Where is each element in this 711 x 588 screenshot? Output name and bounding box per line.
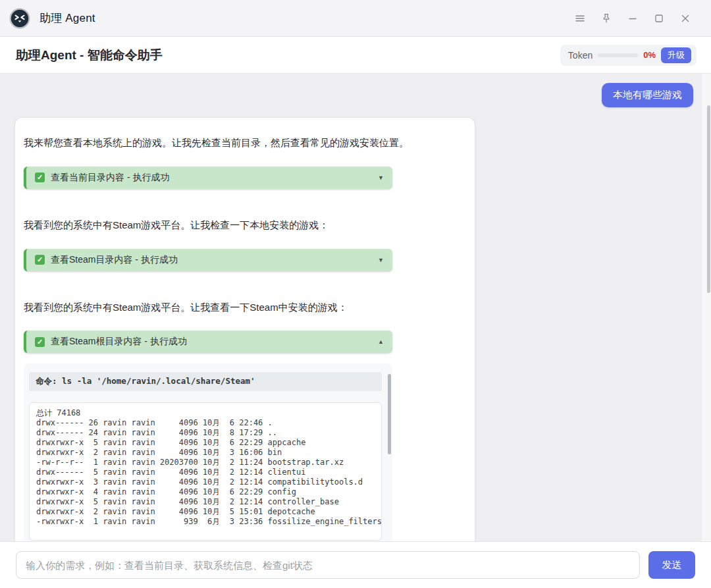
pin-icon [600,13,612,24]
menu-icon [574,13,586,24]
pin-window-button[interactable] [593,5,619,32]
tool-call-toggle-steam-dir[interactable]: ✓ 查看Steam目录内容 - 执行成功 ▼ [24,249,392,271]
app-logo-robot-face-icon [9,8,30,29]
tool-call-title: 查看当前目录内容 - 执行成功 [51,172,169,184]
assistant-paragraph: 我看到您的系统中有Steam游戏平台。让我检查一下本地安装的游戏： [24,218,466,232]
token-label: Token [568,50,592,61]
page-header: 助理Agent - 智能命令助手 Token 0% 升级 [0,37,711,74]
assistant-paragraph: 我来帮您查看本地系统上的游戏。让我先检查当前目录，然后查看常见的游戏安装位置。 [24,136,466,150]
success-check-icon: ✓ [35,173,45,182]
token-usage-widget: Token 0% 升级 [560,45,697,66]
close-button[interactable] [672,5,698,32]
upgrade-button[interactable]: 升级 [661,47,691,63]
assistant-paragraph: 我看到您的系统中有Steam游戏平台。让我查看一下Steam中安装的游戏： [24,300,466,315]
tool-call-title: 查看Steam目录内容 - 执行成功 [51,254,178,266]
success-check-icon: ✓ [35,255,45,265]
chevron-down-icon: ▼ [378,257,384,263]
send-button[interactable]: 发送 [648,551,695,579]
chevron-up-icon: ▲ [378,338,384,345]
token-progress-bar [598,53,638,57]
success-check-icon: ✓ [35,337,45,347]
token-percent: 0% [643,50,656,60]
tool-call-toggle-steam-root-dir[interactable]: ✓ 查看Steam根目录内容 - 执行成功 ▲ [24,331,392,353]
command-line: 命令: ls -la '/home/ravin/.local/share/Ste… [29,372,382,391]
command-output-box: 总计 74168 drwx------ 26 ravin ravin 4096 … [29,402,382,541]
message-input-bar: 发送 [0,541,711,588]
assistant-message-card: 我来帮您查看本地系统上的游戏。让我先检查当前目录，然后查看常见的游戏安装位置。 … [14,117,475,541]
chat-scrollbar-thumb[interactable] [707,105,710,293]
chevron-down-icon: ▼ [378,174,384,181]
request-input[interactable] [16,551,640,579]
user-message-bubble: 本地有哪些游戏 [602,83,693,107]
panel-scrollbar-thumb[interactable] [388,374,391,454]
page-title: 助理Agent - 智能命令助手 [16,47,163,64]
chat-area: 本地有哪些游戏 我来帮您查看本地系统上的游戏。让我先检查当前目录，然后查看常见的… [0,74,711,541]
directory-listing: 总计 74168 drwx------ 26 ravin ravin 4096 … [36,408,375,527]
app-title: 助理 Agent [40,11,95,26]
maximize-button[interactable] [646,5,672,32]
chat-scrollbar-track[interactable] [702,74,711,541]
tool-call-toggle-current-dir[interactable]: ✓ 查看当前目录内容 - 执行成功 ▼ [24,167,392,189]
tool-call-title: 查看Steam根目录内容 - 执行成功 [51,336,187,348]
window-titlebar: 助理 Agent [0,0,711,37]
minimize-icon [627,13,639,24]
minimize-button[interactable] [619,5,646,32]
tool-output-panel: 命令: ls -la '/home/ravin/.local/share/Ste… [24,363,392,541]
menu-button[interactable] [567,5,593,32]
close-icon [679,13,691,24]
maximize-icon [653,13,665,24]
